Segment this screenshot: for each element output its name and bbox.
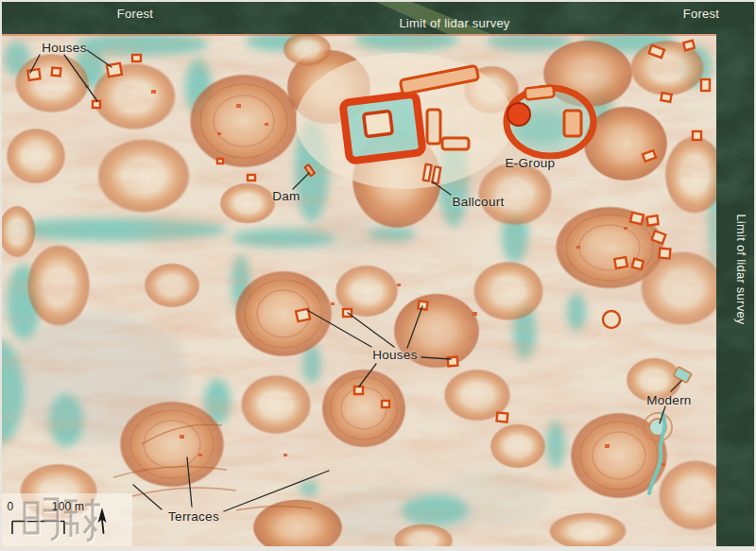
terraces-label: Terraces bbox=[168, 510, 219, 524]
main-pyramid bbox=[364, 111, 393, 136]
dam-label: Dam bbox=[272, 190, 300, 203]
forest-label-right: Forest bbox=[683, 8, 719, 20]
lidar-map-art bbox=[0, 0, 756, 551]
ballcourt-label: Ballcourt bbox=[453, 196, 505, 209]
houses-label-mid: Houses bbox=[372, 349, 417, 362]
lidar-survey-figure: Forest Limit of lidar survey Forest Limi… bbox=[0, 0, 756, 551]
lidar-terrain bbox=[0, 28, 733, 551]
lidar-limit-label-top: Limit of lidar survey bbox=[399, 17, 509, 29]
e-group-label: E-Group bbox=[506, 157, 556, 170]
lidar-limit-label-right: Limit of lidar survey bbox=[735, 214, 747, 324]
forest-band-top bbox=[2, 2, 754, 34]
houses-label-nw: Houses bbox=[42, 42, 86, 55]
forest-label-left: Forest bbox=[117, 8, 153, 20]
modern-label: Modern bbox=[646, 394, 691, 407]
scale-distance-label: 100 m bbox=[52, 501, 84, 512]
scale-zero-label: 0 bbox=[8, 501, 14, 512]
